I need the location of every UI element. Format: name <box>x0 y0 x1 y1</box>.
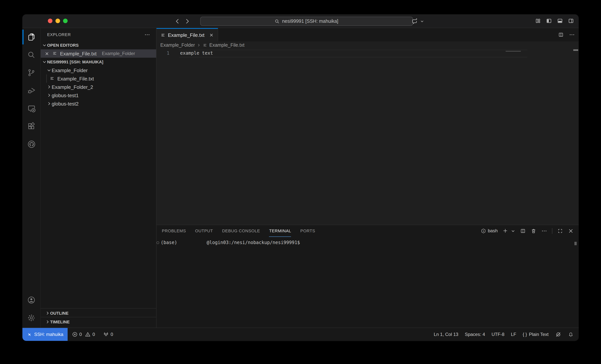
open-editor-file-description: Example_Folder <box>102 51 135 56</box>
braces-icon: { } <box>523 332 527 337</box>
tree-item-folder[interactable]: Example_Folder_2 <box>41 83 156 91</box>
sidebar-item-search[interactable] <box>22 46 40 64</box>
command-center-label: nesi99991 [SSH: mahuika] <box>282 19 338 24</box>
accounts-button[interactable] <box>22 291 40 309</box>
terminal-shell-label: bash <box>488 228 498 233</box>
command-decoration-icon <box>156 241 160 244</box>
scrollbar-overview-mark[interactable] <box>573 49 578 51</box>
tab-output[interactable]: OUTPUT <box>195 225 213 237</box>
sidebar-item-extensions[interactable] <box>22 117 40 135</box>
chevron-down-icon <box>420 19 424 23</box>
split-terminal-icon[interactable] <box>520 228 526 234</box>
outline-section[interactable]: OUTLINE <box>41 308 156 317</box>
git-branch-icon <box>27 68 36 77</box>
command-center[interactable]: nesi99991 [SSH: mahuika] <box>200 17 413 26</box>
split-editor-icon[interactable] <box>558 32 564 38</box>
workspace-header[interactable]: NESI99991 [SSH: MAHUIKA] <box>41 58 156 66</box>
title-bar: nesi99991 [SSH: mahuika] <box>22 14 579 28</box>
chevron-right-icon <box>45 320 50 324</box>
open-editor-item[interactable]: Example_File.txt Example_Folder <box>41 49 156 58</box>
cursor-position[interactable]: Ln 1, Col 13 <box>434 332 458 337</box>
notifications-bell-icon[interactable] <box>568 332 574 337</box>
ports-status[interactable]: 0 <box>103 332 113 337</box>
breadcrumb-folder[interactable]: Example_Folder <box>160 42 195 48</box>
search-icon <box>27 50 36 59</box>
sidebar-item-github[interactable] <box>22 135 40 153</box>
maximize-panel-icon[interactable] <box>557 228 563 234</box>
toggle-secondary-sidebar-icon[interactable] <box>568 18 574 24</box>
tree-item-label: Example_Folder <box>52 67 88 73</box>
breadcrumb-file[interactable]: Example_File.txt <box>209 42 244 48</box>
more-actions-icon[interactable] <box>569 32 575 38</box>
search-icon <box>275 19 280 24</box>
more-actions-icon[interactable] <box>541 228 547 234</box>
settings-button[interactable] <box>22 309 40 327</box>
encoding[interactable]: UTF-8 <box>491 332 504 337</box>
sidebar-item-explorer[interactable] <box>22 28 40 46</box>
radio-tower-icon <box>103 332 109 337</box>
file-icon <box>52 51 57 56</box>
terminal[interactable]: (base) @login03:/nesi/nobackup/nesi99991… <box>157 240 579 246</box>
tree-item-file[interactable]: Example_File.txt <box>41 74 156 83</box>
copilot-chat-button[interactable] <box>411 18 424 25</box>
sidebar-title: EXPLORER <box>41 28 156 41</box>
chevron-right-icon <box>45 311 50 315</box>
editor-group: Example_File.txt Example_Folder <box>157 28 579 327</box>
tree-item-folder[interactable]: globus-test1 <box>41 91 156 99</box>
navigate-back-button[interactable] <box>174 18 181 25</box>
terminal-scrollbar[interactable] <box>574 242 577 245</box>
sidebar-title-label: EXPLORER <box>47 32 71 37</box>
sidebar-item-remote-explorer[interactable] <box>22 99 40 117</box>
tree-item-folder[interactable]: globus-test2 <box>41 99 156 108</box>
zoom-window-button[interactable] <box>63 19 67 23</box>
code-line: example text <box>180 50 213 57</box>
activity-bar <box>22 28 41 327</box>
timeline-section[interactable]: TIMELINE <box>41 317 156 326</box>
sidebar-item-source-control[interactable] <box>22 64 40 82</box>
breadcrumb: Example_Folder Example_File.txt <box>157 41 579 49</box>
sidebar-item-run-debug[interactable] <box>22 82 40 99</box>
minimap[interactable] <box>506 51 521 52</box>
chevron-down-icon[interactable] <box>511 229 515 233</box>
customize-layout-icon[interactable] <box>535 18 541 24</box>
tab-ports[interactable]: PORTS <box>300 225 315 237</box>
copilot-disabled-icon[interactable] <box>555 331 561 338</box>
open-editors-header[interactable]: OPEN EDITORS <box>41 41 156 49</box>
remote-indicator[interactable]: SSH: mahuika <box>22 328 67 341</box>
terminal-shell-item[interactable]: $ bash <box>481 228 498 234</box>
debug-icon <box>27 86 36 95</box>
file-icon <box>202 43 207 48</box>
indent-guide <box>46 74 47 83</box>
copilot-chat-icon <box>411 18 418 25</box>
toggle-panel-icon[interactable] <box>557 18 563 24</box>
error-count: 0 <box>79 332 82 337</box>
remote-label: SSH: mahuika <box>34 332 63 337</box>
tab-debug-console[interactable]: DEBUG CONSOLE <box>222 225 260 237</box>
files-icon <box>27 32 36 42</box>
open-editor-file-label: Example_File.txt <box>60 51 97 56</box>
close-panel-icon[interactable] <box>568 228 574 234</box>
tab-terminal[interactable]: TERMINAL <box>269 225 291 237</box>
more-actions-icon[interactable] <box>144 32 150 37</box>
error-icon <box>72 332 77 337</box>
timeline-label: TIMELINE <box>50 320 70 324</box>
extensions-icon <box>27 122 36 131</box>
close-icon[interactable] <box>209 33 214 38</box>
screen: nesi99991 [SSH: mahuika] <box>0 0 601 364</box>
problems-status[interactable]: 0 0 <box>72 332 95 337</box>
tree-item-folder[interactable]: Example_Folder <box>41 66 156 74</box>
toggle-primary-sidebar-icon[interactable] <box>546 18 552 24</box>
close-icon[interactable] <box>44 51 49 56</box>
explorer-sidebar: EXPLORER OPEN EDITORS Example_File.txt <box>41 28 157 327</box>
close-window-button[interactable] <box>48 19 52 23</box>
code-editor[interactable]: 1 example text <box>157 49 579 225</box>
tab-example-file[interactable]: Example_File.txt <box>157 28 218 41</box>
navigate-forward-button[interactable] <box>184 18 191 25</box>
indentation[interactable]: Spaces: 4 <box>465 332 485 337</box>
tab-problems[interactable]: PROBLEMS <box>162 225 186 237</box>
eol-sequence[interactable]: LF <box>511 332 516 337</box>
new-terminal-icon[interactable] <box>503 228 508 233</box>
minimize-window-button[interactable] <box>55 19 60 23</box>
language-mode[interactable]: { } Plain Text <box>523 332 549 337</box>
kill-terminal-icon[interactable] <box>531 228 536 234</box>
